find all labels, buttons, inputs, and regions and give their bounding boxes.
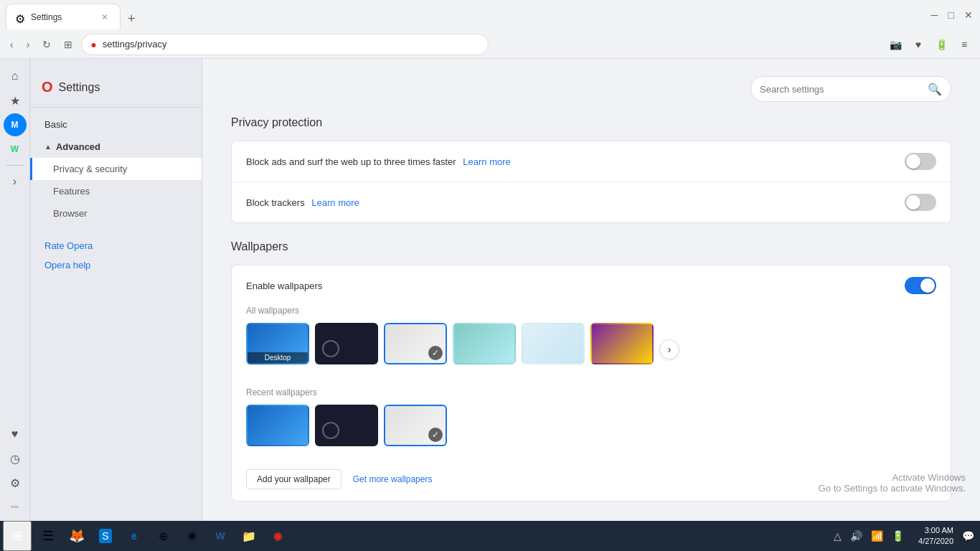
new-tab-button[interactable]: + xyxy=(122,9,141,29)
word-icon: W xyxy=(215,530,225,542)
wallpaper-label-1: Desktop xyxy=(248,352,308,363)
search-settings-input[interactable] xyxy=(760,84,922,95)
enable-wallpapers-row: Enable wallpapers xyxy=(246,277,936,294)
privacy-protection-card: Block ads and surf the web up to three t… xyxy=(231,141,951,223)
block-trackers-text: Block trackers Learn more xyxy=(246,197,905,208)
wallpaper-thumb-6[interactable] xyxy=(590,323,654,364)
block-trackers-toggle[interactable] xyxy=(905,194,936,211)
opera-help-link[interactable]: Opera help xyxy=(30,255,202,275)
tray-volume-icon[interactable]: 🔊 xyxy=(847,529,865,543)
tab-favicon: ⚙ xyxy=(15,12,25,22)
tab-close-button[interactable]: ✕ xyxy=(98,11,111,24)
battery-button[interactable]: 🔋 xyxy=(931,34,951,55)
reload-button[interactable]: ↻ xyxy=(38,36,55,53)
start-button[interactable]: ⊞ xyxy=(3,521,32,551)
block-ads-row: Block ads and surf the web up to three t… xyxy=(232,141,951,182)
tray-up-icon[interactable]: △ xyxy=(831,529,844,543)
block-ads-toggle[interactable] xyxy=(905,153,936,170)
recent-wallpaper-check-3: ✓ xyxy=(428,428,443,442)
heart-button[interactable]: ♥ xyxy=(908,34,928,55)
block-trackers-row: Block trackers Learn more xyxy=(232,182,951,222)
taskbar-item-firefox[interactable]: 🦊 xyxy=(63,522,90,550)
taskbar-item-taskview[interactable]: ☰ xyxy=(34,522,62,550)
tray-battery-icon[interactable]: 🔋 xyxy=(889,529,907,543)
sidebar-item-features[interactable]: Features xyxy=(30,180,202,202)
taskbar-item-pinta[interactable]: ❋ xyxy=(178,522,205,550)
main-layout: ⌂ ★ M W › ♥ ◷ ⚙ ••• O Settings Basic ▲ A… xyxy=(0,59,980,521)
tab-bar: ⚙ Settings ✕ + ─ □ ✕ xyxy=(0,0,980,30)
address-text: settings/privacy xyxy=(103,39,167,50)
add-wallpaper-button[interactable]: Add your wallpaper xyxy=(246,469,341,489)
recent-wallpaper-thumb-1[interactable] xyxy=(246,405,309,446)
search-icon: 🔍 xyxy=(928,83,942,96)
sidebar-item-browser[interactable]: Browser xyxy=(30,202,202,225)
taskbar-item-files[interactable]: 📁 xyxy=(235,522,263,550)
sidebar-item-privacy-security[interactable]: Privacy & security xyxy=(30,158,202,180)
forward-button[interactable]: › xyxy=(22,36,34,53)
grid-button[interactable]: ⊞ xyxy=(60,36,77,53)
sidebar-icon-home[interactable]: ⌂ xyxy=(4,65,27,88)
sidebar-icon-speed-dial[interactable]: ★ xyxy=(4,89,27,112)
sidebar-icon-messenger[interactable]: M xyxy=(4,113,27,136)
wallpaper-thumb-3[interactable]: ✓ xyxy=(384,323,447,364)
sidebar-icon-news[interactable]: › xyxy=(4,170,27,193)
get-more-wallpapers-link[interactable]: Get more wallpapers xyxy=(353,474,433,484)
tray-network-icon[interactable]: 📶 xyxy=(868,529,886,543)
all-wallpapers-label: All wallpapers xyxy=(246,306,936,316)
sidebar-icon-history[interactable]: ◷ xyxy=(4,447,27,470)
window-minimize[interactable]: ─ xyxy=(927,6,943,24)
files-icon: 📁 xyxy=(242,529,256,543)
wallpapers-next-button[interactable]: › xyxy=(659,339,679,359)
settings-sidebar: O Settings Basic ▲ Advanced Privacy & se… xyxy=(30,59,202,521)
main-content: 🔍 Privacy protection Block ads and surf … xyxy=(202,59,980,521)
wallpaper-thumb-2[interactable] xyxy=(315,323,378,364)
sidebar-divider xyxy=(6,165,24,166)
block-ads-text: Block ads and surf the web up to three t… xyxy=(246,156,905,167)
store-icon: S xyxy=(99,529,111,543)
wallpaper-check-3: ✓ xyxy=(428,346,443,360)
block-trackers-learn-more[interactable]: Learn more xyxy=(311,197,359,208)
taskbar-tray: △ 🔊 📶 🔋 xyxy=(825,529,913,543)
taskbar-item-chrome[interactable]: ⊕ xyxy=(149,522,176,550)
toolbar-icons: 📷 ♥ 🔋 ≡ xyxy=(885,34,974,55)
edge-icon: e xyxy=(131,530,137,542)
window-maximize[interactable]: □ xyxy=(944,6,958,24)
wallpaper-thumb-1[interactable]: Desktop xyxy=(246,323,309,364)
chrome-icon: ⊕ xyxy=(159,529,168,543)
sidebar-icon-whatsapp[interactable]: W xyxy=(4,138,27,161)
search-settings-bar[interactable]: 🔍 xyxy=(750,76,951,102)
taskbar-item-store[interactable]: S xyxy=(92,522,119,550)
opera-favicon: ● xyxy=(90,39,96,50)
sidebar-icon-settings[interactable]: ⚙ xyxy=(4,471,27,494)
opera-logo: O xyxy=(42,79,53,95)
taskbar-item-opera[interactable]: ◉ xyxy=(264,522,291,550)
notification-icon[interactable]: 💬 xyxy=(959,530,977,542)
back-button[interactable]: ‹ xyxy=(6,36,18,53)
wallpaper-thumb-4[interactable] xyxy=(453,323,516,364)
camera-button[interactable]: 📷 xyxy=(885,34,905,55)
settings-page-title: Settings xyxy=(59,81,100,94)
wallpapers-card: Enable wallpapers All wallpapers Desktop xyxy=(231,265,951,501)
taskbar-item-word[interactable]: W xyxy=(207,522,234,550)
firefox-icon: 🦊 xyxy=(69,528,85,544)
address-bar-row: ‹ › ↻ ⊞ ● settings/privacy 📷 ♥ 🔋 ≡ xyxy=(0,30,980,59)
taskbar-item-edge[interactable]: e xyxy=(121,522,148,550)
wallpaper-thumb-5[interactable] xyxy=(522,323,585,364)
address-bar[interactable]: ● settings/privacy xyxy=(81,34,488,55)
menu-button[interactable]: ≡ xyxy=(954,34,974,55)
rate-opera-link[interactable]: Rate Opera xyxy=(30,236,202,255)
sidebar-icon-favourites[interactable]: ♥ xyxy=(4,423,27,446)
settings-tab[interactable]: ⚙ Settings ✕ xyxy=(6,4,121,29)
sidebar-item-basic[interactable]: Basic xyxy=(30,113,202,136)
all-wallpapers-grid: Desktop ✓ xyxy=(246,323,654,364)
window-close[interactable]: ✕ xyxy=(960,6,977,24)
taskview-icon: ☰ xyxy=(42,528,54,544)
taskbar-clock[interactable]: 3:00 AM 4/27/2020 xyxy=(913,525,959,547)
block-ads-learn-more[interactable]: Learn more xyxy=(463,156,510,167)
recent-wallpaper-thumb-2[interactable] xyxy=(315,405,378,446)
enable-wallpapers-toggle[interactable] xyxy=(905,277,936,294)
sidebar-item-advanced[interactable]: ▲ Advanced xyxy=(30,136,202,158)
recent-wallpaper-thumb-3[interactable]: ✓ xyxy=(384,405,447,446)
recent-wallpapers-label: Recent wallpapers xyxy=(246,387,936,397)
privacy-protection-title: Privacy protection xyxy=(231,116,951,129)
